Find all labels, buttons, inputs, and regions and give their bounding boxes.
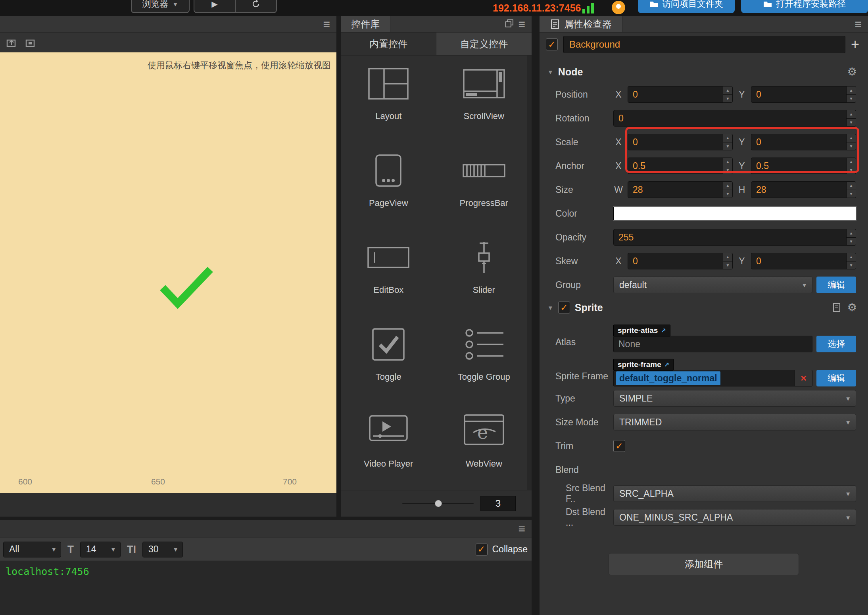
axis-label: Y	[737, 137, 747, 148]
check-icon: ✓	[478, 545, 485, 554]
widget-library-footer: 3	[341, 490, 532, 517]
fit-selection-icon[interactable]	[25, 37, 36, 48]
node-section-header[interactable]: ▼ Node ⚙	[540, 61, 868, 83]
panel-menu-icon[interactable]: ≡	[855, 18, 862, 30]
group-edit-button[interactable]: 编辑	[816, 277, 856, 293]
widget-item-layout[interactable]: Layout	[341, 56, 436, 142]
atlas-select-button[interactable]: 选择	[816, 336, 856, 352]
tab-custom-widgets[interactable]: 自定义控件	[436, 33, 532, 55]
group-dropdown[interactable]: default ▼	[613, 277, 812, 293]
log-line: localhost:7456	[6, 566, 526, 577]
refresh-button[interactable]	[235, 0, 276, 12]
status-badge-icon	[612, 1, 625, 14]
dst-blend-dropdown[interactable]: ONE_MINUS_SRC_ALPHA ▼	[613, 509, 856, 526]
scale-x-input[interactable]: 0▲▼	[628, 134, 733, 150]
browser-dropdown[interactable]: 浏览器 ▼	[131, 0, 190, 13]
tab-builtin-widgets[interactable]: 内置控件	[341, 33, 436, 55]
sprite-section-header[interactable]: ▼ ✓ Sprite ⚙	[540, 297, 868, 318]
add-component-button[interactable]: 添加组件	[609, 553, 799, 575]
panel-menu-icon[interactable]: ≡	[518, 18, 525, 30]
sprite-frame-input[interactable]: default_toggle_normal ×	[613, 370, 812, 386]
atlas-input[interactable]: None	[613, 336, 812, 352]
widget-item-editbox[interactable]: EditBox	[341, 229, 436, 316]
panel-menu-icon[interactable]: ≡	[323, 18, 330, 30]
group-row: Group default ▼ 编辑	[540, 273, 868, 297]
stepper-icon[interactable]: ▲▼	[723, 86, 732, 102]
axis-label: X	[613, 89, 624, 100]
widget-item-toggle[interactable]: Toggle	[341, 316, 436, 403]
opacity-input[interactable]: 255▲▼	[613, 229, 856, 246]
stepper-icon[interactable]: ▲▼	[723, 134, 732, 150]
axis-label: X	[613, 256, 624, 267]
open-install-path-button[interactable]: 打开程序安装路径	[741, 0, 868, 13]
popout-icon[interactable]	[505, 18, 514, 30]
external-link-icon[interactable]: ↗	[664, 361, 669, 369]
trim-checkbox[interactable]: ✓	[613, 440, 625, 452]
help-doc-icon[interactable]	[832, 303, 841, 312]
stepper-icon[interactable]: ▲▼	[846, 86, 856, 102]
clear-icon[interactable]: ×	[795, 370, 812, 386]
fit-canvas-icon[interactable]	[6, 37, 17, 48]
collapse-toggle[interactable]: ✓ Collapse	[476, 544, 528, 555]
node-active-checkbox[interactable]: ✓	[546, 38, 558, 50]
font-size-dropdown[interactable]: 14 ▼	[80, 542, 121, 557]
collapse-triangle-icon[interactable]: ▼	[547, 69, 553, 75]
node-name-input[interactable]: Background	[563, 36, 845, 53]
widget-label: Toggle Group	[458, 372, 510, 382]
slider-handle[interactable]	[435, 500, 442, 507]
rotation-input[interactable]: 0▲▼	[613, 110, 856, 127]
widget-library-tab[interactable]: 控件库	[341, 16, 390, 32]
stepper-icon[interactable]: ▲▼	[846, 134, 856, 150]
position-y-input[interactable]: 0▲▼	[751, 86, 856, 103]
size-mode-dropdown[interactable]: TRIMMED ▼	[613, 414, 856, 430]
skew-x-input[interactable]: 0▲▼	[628, 253, 733, 269]
stepper-icon[interactable]: ▲▼	[846, 110, 856, 126]
stepper-icon[interactable]: ▲▼	[846, 229, 856, 245]
open-project-folder-button[interactable]: 访问项目文件夹	[638, 0, 735, 13]
collapse-checkbox[interactable]: ✓	[476, 544, 488, 555]
type-dropdown[interactable]: SIMPLE ▼	[613, 390, 856, 407]
widget-library-title: 控件库	[351, 18, 380, 31]
scrollbar[interactable]	[527, 56, 532, 490]
panel-menu-icon[interactable]: ≡	[518, 523, 525, 535]
inspector-tab[interactable]: 属性检查器	[540, 16, 622, 32]
line-height-dropdown[interactable]: 30 ▼	[142, 542, 183, 557]
log-filter-dropdown[interactable]: All ▼	[3, 542, 61, 557]
stepper-icon[interactable]: ▲▼	[846, 158, 856, 174]
collapse-triangle-icon[interactable]: ▼	[547, 304, 553, 311]
anchor-y-input[interactable]: 0.5▲▼	[751, 158, 856, 174]
zoom-value-box[interactable]: 3	[480, 496, 516, 511]
widget-item-pageview[interactable]: PageView	[341, 142, 436, 229]
play-button[interactable]: ▶	[194, 0, 235, 12]
stepper-icon[interactable]: ▲▼	[723, 182, 732, 198]
property-label: Opacity	[540, 232, 613, 243]
position-x-input[interactable]: 0▲▼	[628, 86, 733, 103]
icon-zoom-slider[interactable]	[402, 503, 474, 504]
scale-y-input[interactable]: 0▲▼	[751, 134, 856, 150]
widget-item-video-player[interactable]: Video Player	[341, 403, 436, 490]
stepper-icon[interactable]: ▲▼	[846, 182, 856, 198]
skew-y-input[interactable]: 0▲▼	[751, 253, 856, 269]
widget-item-scrollview[interactable]: ScrollView	[436, 56, 532, 142]
add-icon[interactable]: +	[851, 37, 859, 52]
gear-icon[interactable]: ⚙	[847, 67, 857, 77]
gear-icon[interactable]: ⚙	[847, 302, 857, 313]
scrollview-icon	[462, 67, 506, 101]
stepper-icon[interactable]: ▲▼	[723, 253, 732, 269]
axis-label: X	[613, 161, 624, 171]
stepper-icon[interactable]: ▲▼	[723, 158, 732, 174]
widget-item-toggle-group[interactable]: Toggle Group	[436, 316, 532, 403]
src-blend-dropdown[interactable]: SRC_ALPHA ▼	[613, 485, 856, 502]
sprite-frame-edit-button[interactable]: 编辑	[816, 370, 856, 386]
external-link-icon[interactable]: ↗	[661, 327, 666, 334]
scene-canvas[interactable]: 使用鼠标右键平移视窗焦点，使用滚轮缩放视图 600 650 700	[0, 52, 336, 493]
widget-item-progressbar[interactable]: ProgressBar	[436, 142, 532, 229]
size-h-input[interactable]: 28▲▼	[751, 181, 856, 198]
sprite-enabled-checkbox[interactable]: ✓	[558, 302, 570, 313]
anchor-x-input[interactable]: 0.5▲▼	[628, 158, 733, 174]
widget-item-slider[interactable]: Slider	[436, 229, 532, 316]
size-w-input[interactable]: 28▲▼	[628, 181, 733, 198]
color-swatch[interactable]	[613, 207, 856, 220]
widget-item-webview[interactable]: e WebView	[436, 403, 532, 490]
stepper-icon[interactable]: ▲▼	[846, 253, 856, 269]
